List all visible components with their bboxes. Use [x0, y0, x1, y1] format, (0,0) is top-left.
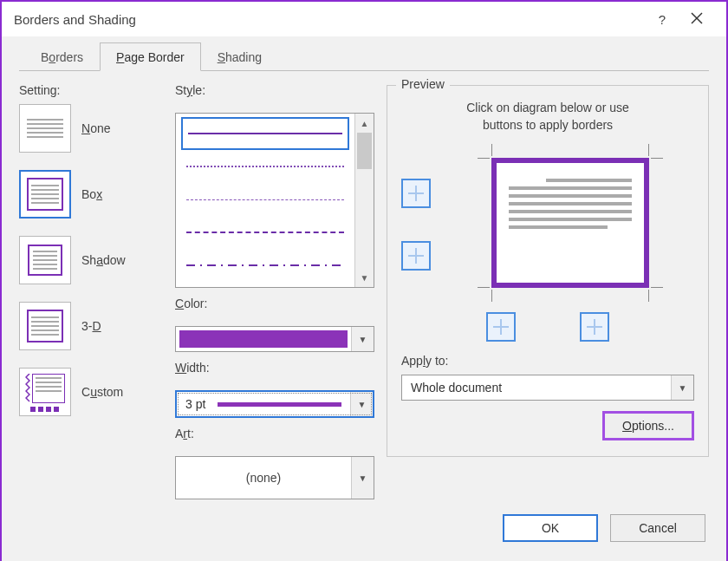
scroll-down-icon[interactable]: ▼ — [355, 268, 374, 287]
border-edge-icon — [408, 248, 424, 264]
style-option-solid[interactable] — [181, 117, 349, 150]
style-column: Style: ▲ ▼ Color: — [175, 83, 374, 509]
setting-none-label: None — [81, 121, 110, 135]
style-option-dotted[interactable] — [181, 150, 349, 183]
border-left-toggle[interactable] — [486, 312, 516, 342]
ok-button[interactable]: OK — [503, 514, 598, 542]
width-sample-bar — [218, 402, 341, 407]
setting-custom-label: Custom — [81, 385, 123, 399]
style-option-dashed[interactable] — [181, 216, 349, 249]
setting-3d-thumb[interactable] — [19, 302, 71, 350]
art-dropdown[interactable]: (none) ▼ — [175, 456, 374, 499]
scroll-thumb[interactable] — [357, 133, 372, 169]
tab-borders[interactable]: Borders — [24, 42, 100, 71]
style-option-dashfine[interactable] — [181, 183, 349, 216]
setting-3d-label: 3-D — [81, 319, 101, 333]
apply-to-dropdown[interactable]: Whole document ▼ — [401, 375, 694, 401]
width-dropdown[interactable]: 3 pt ▼ — [175, 390, 374, 418]
help-button[interactable]: ? — [645, 12, 679, 27]
setting-custom-thumb[interactable] — [19, 368, 71, 416]
close-icon — [691, 12, 703, 24]
style-listbox[interactable]: ▲ ▼ — [175, 113, 374, 288]
preview-column: Preview Click on diagram below or usebut… — [387, 83, 709, 509]
chevron-down-icon: ▼ — [351, 457, 374, 499]
zigzag-icon — [25, 374, 30, 403]
preview-page — [491, 158, 649, 288]
art-label: Art: — [175, 427, 374, 440]
width-label: Width: — [175, 361, 374, 375]
art-value: (none) — [176, 457, 351, 499]
color-swatch — [179, 330, 348, 348]
chevron-down-icon: ▼ — [351, 327, 374, 351]
preview-diagram[interactable] — [481, 147, 660, 298]
style-option-dashdot[interactable] — [181, 249, 349, 282]
setting-box-thumb[interactable] — [19, 170, 71, 219]
tab-page-border[interactable]: Page Border — [100, 42, 201, 71]
options-button[interactable]: Options... — [602, 411, 694, 440]
border-right-toggle[interactable] — [580, 312, 609, 342]
style-scrollbar[interactable]: ▲ ▼ — [354, 114, 374, 287]
close-button[interactable] — [679, 12, 714, 27]
setting-shadow-label: Shadow — [81, 253, 126, 267]
chevron-down-icon: ▼ — [350, 392, 373, 416]
border-edge-icon — [493, 319, 509, 335]
color-dropdown[interactable]: ▼ — [175, 326, 374, 352]
setting-shadow-thumb[interactable] — [19, 236, 71, 284]
apply-to-value: Whole document — [402, 375, 671, 400]
setting-box-label: Box — [81, 187, 102, 201]
border-top-toggle[interactable] — [401, 179, 431, 208]
apply-to-label: Apply to: — [401, 354, 694, 368]
border-bottom-toggle[interactable] — [401, 241, 431, 271]
setting-column: Setting: None Box — [19, 83, 163, 509]
scroll-up-icon[interactable]: ▲ — [355, 114, 374, 133]
preview-hint: Click on diagram below or usebuttons to … — [401, 100, 694, 134]
color-label: Color: — [175, 297, 374, 310]
tab-shading[interactable]: Shading — [201, 42, 278, 71]
cancel-button[interactable]: Cancel — [610, 514, 705, 542]
setting-label: Setting: — [19, 83, 163, 97]
tab-row: Borders Page Border Shading — [19, 42, 709, 71]
border-edge-icon — [587, 319, 602, 335]
titlebar: Borders and Shading ? — [2, 2, 726, 36]
dialog-body: Borders Page Border Shading Setting: Non… — [2, 36, 726, 561]
border-edge-icon — [408, 186, 424, 201]
preview-fieldset: Preview Click on diagram below or usebut… — [387, 85, 709, 457]
style-label: Style: — [175, 83, 374, 97]
borders-shading-dialog: Borders and Shading ? Borders Page Borde… — [0, 0, 728, 561]
preview-legend: Preview — [396, 77, 450, 91]
window-title: Borders and Shading — [14, 12, 645, 27]
setting-none-thumb[interactable] — [19, 104, 71, 153]
chevron-down-icon: ▼ — [671, 375, 693, 400]
width-value: 3 pt — [185, 397, 205, 411]
dialog-footer: OK Cancel — [19, 509, 709, 547]
